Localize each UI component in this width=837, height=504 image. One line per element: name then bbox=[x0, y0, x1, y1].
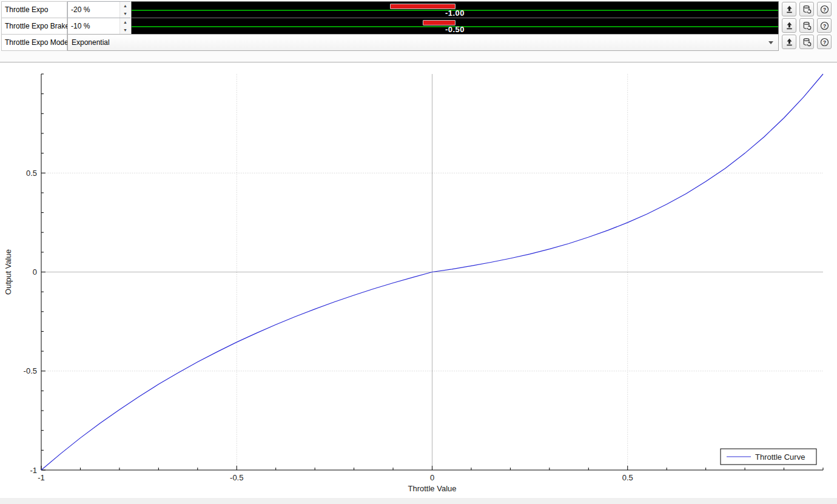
database-revert-icon bbox=[802, 21, 812, 30]
throttle-expo-label: Throttle Expo bbox=[1, 1, 67, 18]
chevron-down-icon bbox=[768, 41, 773, 44]
database-revert-button[interactable] bbox=[799, 35, 814, 49]
x-tick-label: 0.5 bbox=[622, 473, 633, 482]
upload-button[interactable] bbox=[782, 2, 796, 16]
svg-text:?: ? bbox=[822, 6, 825, 12]
upload-icon bbox=[785, 21, 794, 30]
spin-up-button[interactable]: ▲ bbox=[120, 18, 130, 26]
throttle-expo-spinbox[interactable]: -20 % ▲ ▼ bbox=[67, 1, 130, 18]
throttle-curve-chart: -1-0.500.5-1-0.500.5Throttle ValueOutput… bbox=[0, 62, 837, 498]
help-icon: ? bbox=[820, 5, 829, 14]
upload-icon bbox=[785, 5, 794, 14]
settings-panel: Throttle Expo -20 % ▲ ▼ -1.00 Throttle E… bbox=[0, 0, 837, 62]
help-button[interactable]: ? bbox=[817, 2, 832, 16]
y-tick-label: -1 bbox=[30, 466, 37, 475]
spin-buttons: ▲ ▼ bbox=[119, 2, 130, 18]
x-tick-label: -1 bbox=[38, 473, 45, 482]
x-tick-label: -0.5 bbox=[230, 473, 243, 482]
throttle-expo-brake-slider[interactable]: -0.50 bbox=[131, 18, 779, 35]
throttle-expo-brake-spin-value: -10 % bbox=[71, 18, 90, 34]
y-tick-label: 0 bbox=[33, 267, 37, 277]
throttle-expo-mode-combobox[interactable]: Exponential bbox=[67, 34, 779, 51]
svg-text:?: ? bbox=[822, 22, 825, 29]
chart-legend: Throttle Curve bbox=[721, 449, 816, 465]
y-tick-label: 0.5 bbox=[26, 169, 37, 178]
help-button[interactable]: ? bbox=[817, 18, 832, 33]
database-revert-icon bbox=[802, 38, 812, 47]
throttle-expo-brake-spinbox[interactable]: -10 % ▲ ▼ bbox=[67, 18, 130, 35]
throttle-expo-spin-value: -20 % bbox=[71, 2, 90, 18]
combobox-value: Exponential bbox=[72, 35, 110, 50]
help-icon: ? bbox=[820, 38, 829, 47]
help-button[interactable]: ? bbox=[817, 35, 832, 49]
spin-buttons: ▲ ▼ bbox=[119, 18, 130, 34]
spin-up-button[interactable]: ▲ bbox=[120, 2, 130, 10]
spin-down-button[interactable]: ▼ bbox=[120, 26, 130, 34]
svg-text:?: ? bbox=[822, 39, 825, 45]
help-icon: ? bbox=[820, 21, 829, 30]
x-axis-label: Throttle Value bbox=[408, 484, 457, 493]
spin-down-button[interactable]: ▼ bbox=[120, 10, 130, 18]
throttle-expo-brake-label: Throttle Expo Brake bbox=[1, 18, 67, 35]
upload-button[interactable] bbox=[782, 18, 796, 33]
upload-icon bbox=[785, 38, 794, 47]
throttle-expo-brake-slider-value: -0.50 bbox=[132, 25, 778, 34]
database-revert-button[interactable] bbox=[799, 18, 814, 33]
throttle-expo-slider-value: -1.00 bbox=[132, 8, 778, 18]
throttle-expo-slider[interactable]: -1.00 bbox=[131, 1, 779, 18]
x-tick-label: 0 bbox=[430, 473, 434, 482]
legend-label: Throttle Curve bbox=[755, 452, 805, 462]
y-axis-label: Output Value bbox=[4, 249, 13, 295]
database-revert-icon bbox=[802, 5, 812, 14]
y-tick-label: -0.5 bbox=[24, 366, 37, 375]
throttle-expo-mode-label: Throttle Expo Mode bbox=[1, 34, 67, 51]
upload-button[interactable] bbox=[782, 35, 796, 49]
database-revert-button[interactable] bbox=[799, 2, 814, 16]
